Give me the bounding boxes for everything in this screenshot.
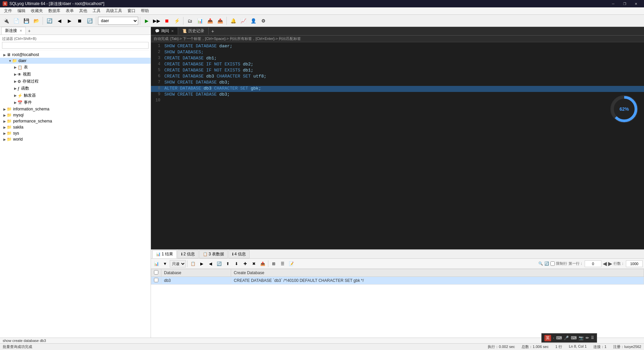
perf-button[interactable]: 📈 xyxy=(238,16,248,26)
stop-button[interactable]: ⏹ xyxy=(75,16,84,26)
result-tab[interactable]: 📊1 结果 xyxy=(152,250,177,258)
line-content[interactable]: CREATE DATABASE IF NOT EXISTS db1; xyxy=(163,68,644,73)
tree-node[interactable]: ▶📁performance_schema xyxy=(0,118,151,124)
menu-item-数据库[interactable]: 数据库 xyxy=(46,7,63,14)
new-query-button[interactable]: 📄 xyxy=(11,16,21,26)
tree-toggle[interactable]: ▶ xyxy=(3,53,7,57)
result-down-btn[interactable]: ⬇ xyxy=(232,260,240,267)
filter-input[interactable] xyxy=(2,42,149,49)
result-tab[interactable]: ℹ2 信息 xyxy=(177,250,199,258)
limit-checkbox[interactable] xyxy=(550,261,555,266)
left-tab-connection[interactable]: 新连接 ✕ xyxy=(1,27,26,35)
reconnect-button[interactable]: 🔄 xyxy=(45,16,54,26)
tree-toggle[interactable]: ▶ xyxy=(3,119,7,123)
tree-toggle[interactable]: ▶ xyxy=(3,107,7,111)
tree-node[interactable]: ▼📁daer xyxy=(0,58,151,64)
menu-item-窗口[interactable]: 窗口 xyxy=(125,7,138,14)
menu-item-文件[interactable]: 文件 xyxy=(1,7,15,14)
refresh-button[interactable]: 🔃 xyxy=(85,16,94,26)
table-row[interactable]: db3CREATE DATABASE `db3` /*!40100 DEFAUL… xyxy=(151,277,644,285)
tree-node[interactable]: ▶⚡触发器 xyxy=(0,92,151,99)
tree-toggle[interactable]: ▶ xyxy=(13,94,17,97)
tab-history[interactable]: 📜 历史记录 xyxy=(178,28,209,35)
ime-pen[interactable]: ✏ xyxy=(586,336,589,340)
format-button[interactable]: ⚡ xyxy=(172,16,181,26)
result-del-btn[interactable]: ✖ xyxy=(250,260,258,267)
result-prev-btn[interactable]: ◀ xyxy=(206,260,214,267)
menu-item-工具[interactable]: 工具 xyxy=(90,7,103,14)
left-tab-add[interactable]: + xyxy=(26,28,33,34)
menu-item-表单[interactable]: 表单 xyxy=(63,7,76,14)
menu-item-其他[interactable]: 其他 xyxy=(76,7,90,14)
menu-item-编辑[interactable]: 编辑 xyxy=(15,7,28,14)
tree-toggle[interactable]: ▶ xyxy=(13,87,17,90)
result-add-btn[interactable]: ✚ xyxy=(241,260,249,267)
new-connection-button[interactable]: 🔌 xyxy=(1,16,11,26)
line-content[interactable]: ALTER DATABASE db3 CHARACTER SET gbk; xyxy=(163,86,644,91)
table-designer-button[interactable]: 📊 xyxy=(195,16,205,26)
ime-cam[interactable]: 📷 xyxy=(579,336,584,340)
database-dropdown[interactable]: daer xyxy=(98,17,138,25)
stop-query-button[interactable]: ⏹ xyxy=(162,16,171,26)
result-form-btn[interactable]: 📝 xyxy=(287,260,295,267)
row-checkbox[interactable] xyxy=(154,278,158,282)
open-button[interactable]: 📂 xyxy=(32,16,41,26)
settings-button[interactable]: ⚙ xyxy=(259,16,268,26)
tree-toggle[interactable]: ▶ xyxy=(3,138,7,141)
tree-toggle[interactable]: ▶ xyxy=(13,72,17,76)
left-tab-close[interactable]: ✕ xyxy=(19,29,22,33)
tree-node[interactable]: ▶🖥root@localhost xyxy=(0,52,151,58)
notification-button[interactable]: 🔔 xyxy=(228,16,238,26)
first-row-input[interactable] xyxy=(585,260,601,267)
user-button[interactable]: 👤 xyxy=(249,16,258,26)
tree-toggle[interactable]: ▶ xyxy=(13,65,17,69)
menu-item-高级工具[interactable]: 高级工具 xyxy=(103,7,125,14)
tree-toggle[interactable]: ▶ xyxy=(3,113,7,117)
tree-toggle[interactable]: ▼ xyxy=(8,59,12,63)
result-mode-select[interactable]: 只读 编辑 xyxy=(170,260,186,267)
ime-kbd2[interactable]: ⌨ xyxy=(571,336,577,340)
tree-toggle[interactable]: ▶ xyxy=(3,126,7,129)
next-button[interactable]: ▶ xyxy=(65,16,74,26)
schema-button[interactable]: 🗂 xyxy=(185,16,195,26)
prev-page-icon[interactable]: ◀ xyxy=(603,260,607,267)
line-content[interactable]: CREATE DATABASE db1; xyxy=(163,56,644,61)
tree-node[interactable]: ▶ƒ函数 xyxy=(0,85,151,92)
result-copy-btn[interactable]: 📋 xyxy=(189,260,197,267)
menu-item-收藏夹[interactable]: 收藏夹 xyxy=(28,7,46,14)
minimize-button[interactable]: ─ xyxy=(608,0,619,7)
tree-node[interactable]: ▶👁视图 xyxy=(0,71,151,78)
close-button[interactable]: ✕ xyxy=(631,0,641,7)
row-count-input[interactable] xyxy=(626,260,643,267)
tree-node[interactable]: ▶📁sakila xyxy=(0,124,151,130)
execute-all-button[interactable]: ▶▶ xyxy=(152,16,161,26)
ime-kbd[interactable]: ⌨ xyxy=(556,336,562,340)
ime-lang[interactable]: 英 xyxy=(544,335,551,341)
result-list-btn[interactable]: ☰ xyxy=(278,260,286,267)
tab-query[interactable]: 💬 询问 ✕ xyxy=(151,28,178,35)
tree-toggle[interactable]: ▶ xyxy=(13,101,17,104)
restore-button[interactable]: ❐ xyxy=(619,0,630,7)
tree-node[interactable]: ▶📁mysql xyxy=(0,112,151,118)
code-editor[interactable]: 1SHOW CREATE DATABASE daer;2SHOW DATABAS… xyxy=(151,42,644,249)
tree-node[interactable]: ▶📁world xyxy=(0,136,151,142)
line-content[interactable]: CREATE DATABASE IF NOT EXISTS db2; xyxy=(163,62,644,67)
tree-toggle[interactable]: ▶ xyxy=(3,132,7,135)
result-next-btn[interactable]: ▶ xyxy=(198,260,206,267)
tree-toggle[interactable]: ▶ xyxy=(13,80,17,83)
result-dropdown-btn[interactable]: ▼ xyxy=(161,260,169,267)
select-all-checkbox[interactable] xyxy=(154,270,158,274)
line-content[interactable]: CREATE DATABASE db3 CHARACTER SET utf8; xyxy=(163,74,644,79)
tree-node[interactable]: ▶📁information_schema xyxy=(0,106,151,112)
line-content[interactable]: SHOW CREATE DATABASE db3; xyxy=(163,80,644,85)
execute-button[interactable]: ▶ xyxy=(142,16,151,26)
result-upload-btn[interactable]: 📤 xyxy=(259,260,267,267)
tree-node[interactable]: ▶⚙存储过程 xyxy=(0,78,151,85)
line-content[interactable]: SHOW DATABASES; xyxy=(163,50,644,55)
menu-item-帮助[interactable]: 帮助 xyxy=(138,7,152,14)
result-up-btn[interactable]: ⬆ xyxy=(224,260,232,267)
result-tab[interactable]: 📋3 表数据 xyxy=(199,250,228,258)
save-button[interactable]: 💾 xyxy=(21,16,31,26)
prev-button[interactable]: ◀ xyxy=(55,16,64,26)
ime-grid[interactable]: ⠿ xyxy=(591,336,594,340)
